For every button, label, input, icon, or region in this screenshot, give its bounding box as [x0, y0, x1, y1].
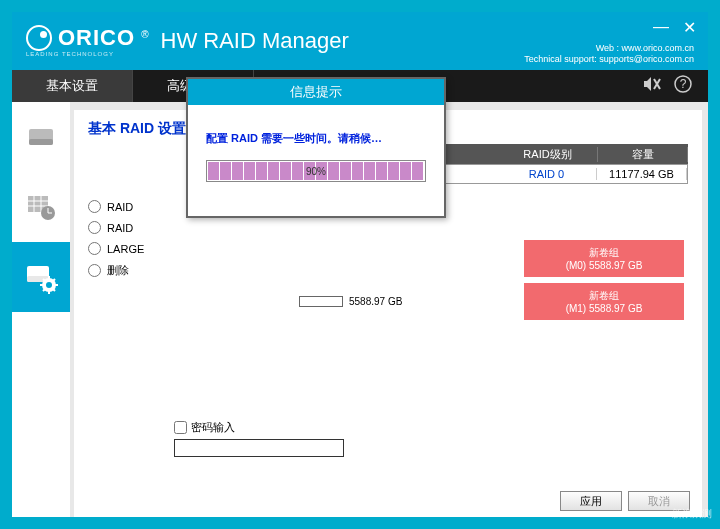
- sidebar-item-schedule[interactable]: [12, 172, 70, 242]
- usage-bar-icon: [299, 296, 343, 307]
- app-title: HW RAID Manager: [161, 28, 349, 54]
- info-dialog: 信息提示 配置 RAID 需要一些时间。请稍候… 90%: [186, 77, 446, 218]
- radio-raid-2[interactable]: RAID: [88, 221, 144, 234]
- volume-group: 新卷组(M0) 5588.97 GB 新卷组(M1) 5588.97 GB: [524, 240, 684, 320]
- radio-delete[interactable]: 删除: [88, 263, 144, 278]
- close-button[interactable]: ✕: [683, 18, 696, 37]
- volume-m0[interactable]: 新卷组(M0) 5588.97 GB: [524, 240, 684, 277]
- tab-basic[interactable]: 基本设置: [12, 70, 133, 102]
- svg-point-17: [46, 282, 52, 288]
- support-info: Web : www.orico.com.cn Technical support…: [524, 43, 694, 66]
- titlebar: ORICO ® LEADING TECHNOLOGY HW RAID Manag…: [12, 12, 708, 70]
- sidebar: [12, 102, 70, 517]
- dialog-message: 配置 RAID 需要一些时间。请稍候…: [206, 131, 426, 146]
- help-icon[interactable]: ?: [674, 75, 692, 97]
- raid-mode-radios: RAID RAID LARGE 删除: [88, 200, 144, 278]
- dialog-title: 信息提示: [188, 79, 444, 105]
- progress-bar: 90%: [206, 160, 426, 182]
- svg-rect-5: [29, 139, 53, 145]
- volume-m1[interactable]: 新卷组(M1) 5588.97 GB: [524, 283, 684, 320]
- radio-large[interactable]: LARGE: [88, 242, 144, 255]
- progress-percent: 90%: [306, 166, 326, 177]
- sidebar-item-disk[interactable]: [12, 102, 70, 172]
- mute-icon[interactable]: [642, 76, 662, 96]
- brand-name: ORICO: [58, 25, 135, 51]
- password-input[interactable]: [174, 439, 344, 457]
- brand-subtitle: LEADING TECHNOLOGY: [26, 51, 114, 57]
- minimize-button[interactable]: —: [653, 18, 669, 37]
- brand-logo: ORICO ® LEADING TECHNOLOGY: [26, 25, 149, 57]
- apply-button[interactable]: 应用: [560, 491, 622, 511]
- svg-text:?: ?: [680, 77, 687, 91]
- logo-icon: [26, 25, 52, 51]
- password-checkbox[interactable]: 密码输入: [174, 420, 344, 435]
- radio-raid-1[interactable]: RAID: [88, 200, 144, 213]
- sidebar-item-config[interactable]: [12, 242, 70, 312]
- registered-mark: ®: [141, 29, 148, 40]
- volume-info: 5588.97 GB: [299, 296, 402, 307]
- watermark: 新浪众测: [672, 507, 712, 521]
